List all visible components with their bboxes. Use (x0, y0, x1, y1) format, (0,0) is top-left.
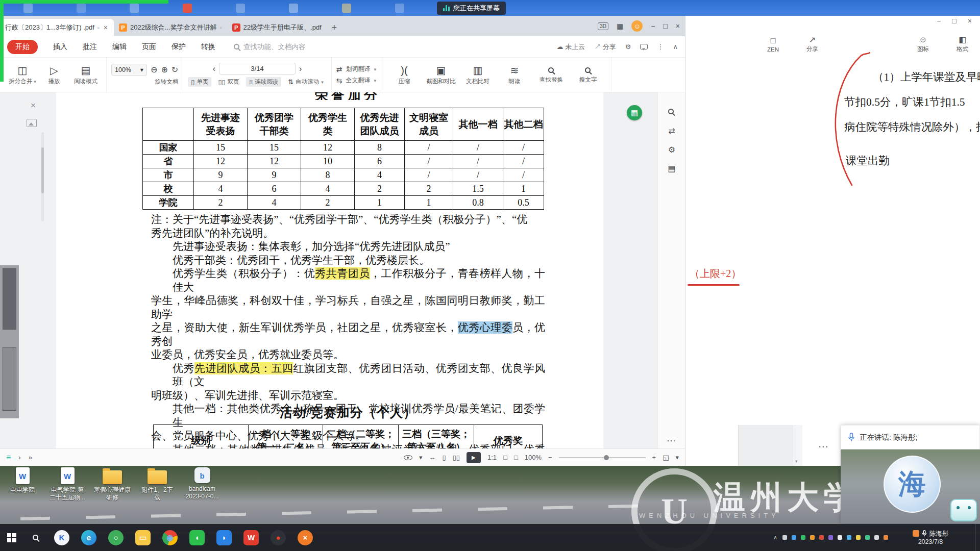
read-mode-button[interactable]: ▤ 阅读模式 ▾ (70, 64, 102, 85)
zoom-out-icon[interactable]: − (548, 454, 552, 461)
desktop-shortcut-icon[interactable] (77, 4, 86, 13)
fit-width-icon[interactable]: ↔ (429, 454, 435, 461)
desktop-shortcut-icon[interactable] (236, 4, 245, 13)
status-last-icon[interactable]: » (29, 454, 32, 461)
tray-icon[interactable] (884, 535, 888, 540)
status-next-icon[interactable]: › (18, 454, 20, 461)
taskbar-app-k-browser[interactable]: K (54, 530, 69, 545)
fit-page-icon[interactable]: □ (503, 454, 507, 461)
rotate-label[interactable]: 旋转文档 (155, 78, 178, 86)
menu-item[interactable]: 批注 (83, 42, 97, 52)
desktop-shortcut-icon[interactable] (289, 4, 298, 13)
taskbar-app-green-browser[interactable]: ○ (108, 530, 124, 545)
image-panel-icon[interactable] (27, 119, 37, 127)
more-tools-icon[interactable]: ⋯ (658, 435, 685, 446)
taskbar-app-qq[interactable]: ◗ (216, 530, 232, 545)
desktop-icon-hanjia-xinli[interactable]: 寒假心理健康 研修 (90, 467, 135, 523)
search-text-button[interactable]: 搜文字 (570, 66, 606, 84)
minimize-icon[interactable]: − (937, 17, 941, 25)
zoom-level[interactable]: 100% (525, 454, 542, 461)
next-page-icon[interactable]: › (299, 64, 302, 73)
share-button[interactable]: ↗ 分享 (806, 35, 818, 53)
presentation-play-button[interactable]: ▶ (467, 452, 481, 463)
taskbar-app-xunlei[interactable]: × (298, 530, 313, 545)
fullscreen-icon[interactable]: ◱ (663, 454, 669, 461)
zoom-slider[interactable] (559, 457, 646, 458)
document-tab[interactable]: P 2022级综合...奖学金文件讲解 ▫ × (114, 19, 227, 36)
zoom-select[interactable]: 100%▾ (111, 64, 147, 76)
meeting-speaker-chip[interactable]: 陈海彤 (897, 530, 964, 538)
word-translate-button[interactable]: ⇄ 划词翻译 ▾ (336, 65, 376, 73)
doc-compare-button[interactable]: ▥ 文档比对 (459, 64, 496, 85)
more-menu-icon[interactable]: ⋮ (657, 43, 664, 51)
tray-icon[interactable] (847, 535, 851, 540)
desktop-icon-dianqi-xueyuan[interactable]: W 电气学院-第 二十五届物... (45, 467, 90, 523)
menu-item-home[interactable]: 开始 (7, 40, 38, 54)
chevron-down-icon[interactable]: ▾ (675, 454, 679, 461)
translate-icon[interactable]: ⇄ (658, 126, 685, 136)
desktop-icon-diandian-xueyu[interactable]: W 电电学院 (0, 467, 45, 523)
document-tab[interactable]: P 22级学生手册电子版、.pdf ▫ × (227, 19, 327, 36)
settings-gear-icon[interactable]: ⚙ (625, 43, 631, 51)
close-icon[interactable]: × (676, 22, 680, 30)
menu-item[interactable]: 页面 (142, 42, 156, 52)
full-translate-button[interactable]: ⇆ 全文翻译 ▾ (336, 76, 376, 85)
taskbar-app-bandicam[interactable]: ● (271, 530, 286, 545)
taskbar-app-file-explorer[interactable]: ▭ (135, 530, 151, 545)
format-button[interactable]: ◧ 格式 (957, 35, 968, 53)
desktop-shortcut-icon[interactable] (342, 4, 351, 13)
eye-icon[interactable] (404, 455, 412, 460)
menu-item[interactable]: 插入 (53, 42, 67, 52)
new-tab-button[interactable]: + (327, 19, 342, 36)
annotate-icon[interactable]: ▤ (658, 164, 685, 173)
menu-item[interactable]: 保护 (172, 42, 186, 52)
zoom-out-icon[interactable]: ⊖ (151, 65, 157, 74)
panel-close-icon[interactable]: × (31, 101, 36, 111)
clock-area[interactable]: 陈海彤 2023/7/8 (897, 530, 964, 546)
tray-expand-icon[interactable]: ∧ (773, 534, 777, 541)
slider-knob[interactable] (604, 455, 609, 460)
maximize-icon[interactable]: □ (952, 17, 956, 25)
tray-icon[interactable] (782, 535, 787, 540)
cloud-status[interactable]: ☁ 未上云 (557, 42, 585, 52)
rotate-icon[interactable]: ↻ (172, 65, 178, 74)
desktop-shortcut-icon[interactable] (23, 4, 33, 13)
taskbar-app-wps[interactable]: W (243, 530, 259, 545)
3d-layout-icon[interactable]: 3D (598, 22, 608, 30)
page-number-input[interactable]: 3/14 (219, 63, 296, 74)
tab-pin-icon[interactable]: ▫ (220, 24, 222, 31)
desktop-shortcut-icon[interactable] (183, 4, 192, 13)
taskbar-app-edge[interactable]: e (81, 530, 96, 545)
double-page-icon[interactable]: ▯▯ (453, 454, 460, 461)
tray-icon[interactable] (828, 535, 833, 540)
find-icon[interactable] (668, 109, 674, 114)
document-tab[interactable]: 行政〔2023〕1...3年修订) .pdf ▫ × (0, 19, 114, 36)
split-merge-button[interactable]: ◫ 拆分合并 ▾ (7, 64, 38, 85)
single-page-mode[interactable]: ▯ 单页 ▾ (188, 77, 211, 87)
tab-close-icon[interactable]: × (103, 23, 109, 32)
icon-button[interactable]: ☺ 图标 (917, 35, 929, 53)
status-menu-icon[interactable]: ≡ (6, 453, 11, 462)
close-icon[interactable]: × (968, 17, 972, 25)
double-page-mode[interactable]: ▯▯ 双页 ▾ (215, 77, 242, 87)
panel-scrollbar[interactable] (41, 132, 44, 221)
minimize-icon[interactable]: − (651, 22, 655, 30)
prev-page-icon[interactable]: ‹ (213, 64, 215, 73)
scrollbar[interactable]: ▾ (793, 425, 802, 466)
desktop-shortcut-icon[interactable] (395, 4, 404, 13)
settings-gear-icon[interactable]: ⚙ (658, 145, 685, 155)
search-input[interactable]: 查找功能、文档内容 (234, 42, 306, 52)
desktop-icon-bandicam[interactable]: b bandicam 2023-07-0... (180, 467, 225, 523)
compress-button[interactable]: )( 压缩 (386, 64, 423, 85)
desktop-shortcut-icon[interactable] (130, 4, 139, 13)
participant-video[interactable]: 海 (841, 449, 980, 523)
tray-icon[interactable] (810, 535, 815, 540)
menu-item[interactable]: 编辑 (112, 42, 127, 52)
tray-icon[interactable] (856, 535, 861, 540)
more-tools-icon[interactable]: ⋯ (806, 440, 842, 453)
tray-icon[interactable] (874, 535, 879, 540)
continuous-read-mode[interactable]: ≡ 连续阅读 ▾ (246, 77, 282, 87)
menu-item[interactable]: 转换 (201, 42, 215, 52)
user-avatar[interactable]: ☺ (631, 20, 643, 32)
maximize-icon[interactable]: □ (663, 22, 667, 30)
